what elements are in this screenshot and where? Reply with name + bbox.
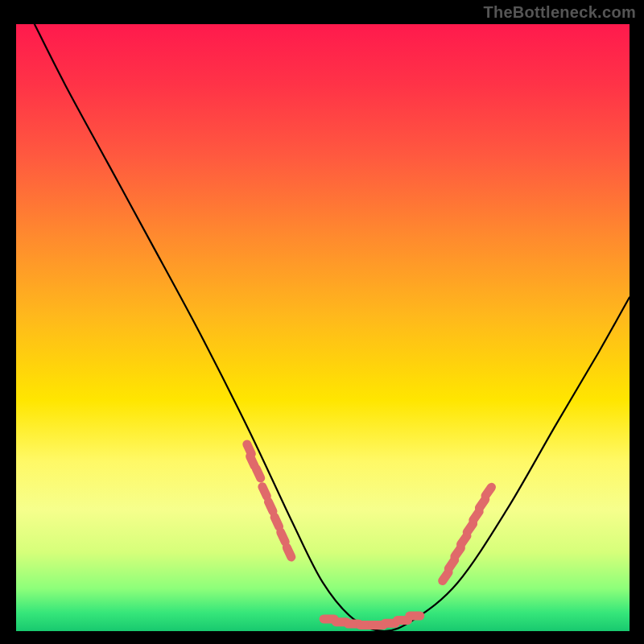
- chart-stage: TheBottleneck.com: [0, 0, 644, 644]
- highlight-marker: [467, 524, 473, 533]
- highlight-marker: [287, 547, 291, 557]
- highlight-marker: [455, 548, 461, 557]
- highlight-clusters: [247, 444, 492, 625]
- highlight-marker: [262, 487, 267, 497]
- highlight-marker: [473, 511, 479, 520]
- highlight-marker: [256, 469, 261, 478]
- plot-area: [16, 24, 630, 631]
- highlight-marker: [281, 532, 286, 542]
- watermark-label: TheBottleneck.com: [483, 3, 636, 22]
- chart-svg: [16, 24, 630, 631]
- main-curve: [35, 24, 630, 631]
- highlight-marker: [448, 560, 454, 569]
- highlight-marker: [461, 536, 468, 545]
- highlight-marker: [485, 487, 492, 496]
- highlight-marker: [275, 517, 279, 526]
- highlight-marker: [443, 572, 448, 581]
- highlight-marker: [479, 499, 485, 508]
- highlight-marker: [269, 502, 274, 512]
- highlight-marker: [250, 456, 255, 466]
